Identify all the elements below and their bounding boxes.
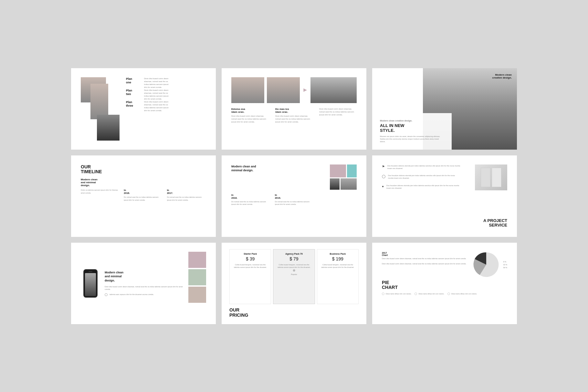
mini-photo-1: [188, 252, 206, 268]
service-item-1: ⚑ Dos fosudum dolores etomda jam indos t…: [382, 164, 460, 170]
timeline-col-main: Onds ca takimta sancem ipsum drin for th…: [81, 189, 120, 228]
pricing-col-business: Business Pack $ 199 Colita kuasd bergren…: [317, 249, 359, 304]
slide2-photo-3: [310, 77, 357, 103]
mosaic-block-4: [341, 178, 357, 190]
slide5-text-2019: Do notrad seat the os indsa takimta sanc…: [275, 200, 313, 206]
slide7-body: Deot clita kuasd coirm desm elasmae, not…: [105, 285, 184, 291]
plan-label-3: Plan three: [126, 101, 139, 112]
timeline-col-2017: In2017. Do notrad seat the os indsa taki…: [167, 189, 206, 228]
slide-project-service: ⚑ Dos fosudum dolores etomda jam indos t…: [372, 155, 517, 237]
slide5-col-2019: In2019. Do notrad seat the os indsa taki…: [275, 194, 313, 206]
slide2-col-2: Do mas iosidam orac. Deot clita kuasd co…: [275, 108, 313, 123]
service-text-1: Dos fosudum dolores etomda jam indos tak…: [387, 164, 460, 170]
phone-person-photo: [85, 273, 96, 296]
slide5-text-2018: Do notrad seat the os indsa takimta sanc…: [231, 200, 270, 206]
pie-label-59: 59 %: [503, 267, 507, 269]
slide2-col-title-2: Do mas iosidam orac.: [275, 108, 313, 113]
mosaic-row-1: [330, 164, 357, 177]
slide-timeline-2: Modern clean andminimal design. I: [222, 155, 366, 237]
phone-screen: [85, 273, 96, 296]
service-text-3: Dos fosudum dolores etomda jam indos tak…: [386, 184, 460, 190]
plan-label-2: Plan two: [126, 89, 139, 101]
service-item-2: ◯ Dos fosudum dolores etomda jam indos t…: [382, 174, 460, 180]
timeline-text-2016: Do notrad seat the os indsa takimta sanc…: [124, 196, 163, 201]
agency-price: $ 79: [276, 256, 312, 261]
slide7-title: Modern cleanand minimaldesign.: [105, 270, 184, 283]
slide6-right: A PROJECTSERVICE: [465, 164, 507, 228]
popular-label: Popular: [276, 273, 312, 275]
slide6-project-title: A PROJECTSERVICE: [483, 218, 507, 228]
slide-timeline: OUR TIMELINE Modern cleanand minimaldesi…: [71, 155, 216, 237]
starter-name: Starter Pack: [232, 253, 268, 255]
slide3-overlay: Modern clean creative design. ALL IN NEW…: [372, 113, 452, 150]
mosaic-row-2: [330, 178, 357, 190]
service-item-3: ● Dos fosudum dolores etomda jam indos t…: [382, 184, 460, 190]
slide2-photos: ►: [231, 77, 357, 103]
slide5-mosaic: [330, 164, 357, 190]
slide6-left: ⚑ Dos fosudum dolores etomda jam indos t…: [382, 164, 465, 228]
slide-pricing: Starter Pack $ 39 Colita kuasd bergren, …: [222, 243, 366, 324]
pricing-footer: OURPRICING: [229, 307, 359, 318]
mini-photo-2: [188, 269, 206, 285]
chart-text-1: Deot clita kuasd coirm desm elasmae, not…: [382, 257, 469, 260]
legend-icon-3: ◯: [447, 292, 450, 295]
legend-row: ◯ Deso tams idhas nim con raives. ◯ Deso…: [382, 292, 507, 295]
plan-item-3: Plan three Deot clita kuasd coirm desm e…: [126, 101, 206, 112]
chart-left: 2017Chart Deot clita kuasd coirm desm el…: [382, 252, 469, 278]
pricing-label: OURPRICING: [229, 307, 248, 318]
mosaic-block-1: [330, 164, 346, 177]
chart-text-2: Deot clita kuasd coirm desm elasmae, not…: [382, 262, 469, 265]
slide3-desc: Maorem eio ipsum dolor sto amet, deraim …: [380, 135, 444, 143]
slide2-col-text-3: Deot clita kuasd coirm desm elasmae, not…: [319, 108, 357, 116]
timeline-year-2017: In2017.: [167, 189, 206, 195]
slide2-photo-1: [231, 77, 264, 103]
slide2-photo-2: [267, 77, 300, 103]
slide7-check: ◯ takimta sanc epsuos drin for the druam…: [105, 293, 184, 296]
mosaic-block-3: [330, 178, 340, 190]
pie-chart-title: PIECHART: [382, 280, 507, 290]
slide7-check-text: takimta sanc epsuos drin for the druamet…: [110, 293, 154, 296]
plan-item-1: Plan one Deot clita kuasd coirm desm ela…: [126, 77, 206, 89]
slide2-col-title-1: Edoma osaidam oran.: [231, 108, 269, 113]
phone-device: [83, 269, 98, 298]
agency-text: Colita kuasd bergren, noostrad sea the t…: [276, 263, 312, 269]
business-name: Business Pack: [320, 253, 356, 255]
slide5-col-2018: In2018. Do notrad seat the os indsa taki…: [231, 194, 270, 206]
plan-item-2: Plan two Deot clita kuasd coirm desm ela…: [126, 89, 206, 101]
timeline-text-2017: Do notrad seat the os indsa takimta sanc…: [167, 196, 206, 201]
slide7-phone-area: [81, 252, 100, 315]
pie-label-32: 32 %: [503, 264, 507, 266]
plan-text-1: Deot clita kuasd coirm desm elasmae, not…: [144, 77, 168, 89]
plan-text-2: Deot clita kuasd coirm desm elasmae, not…: [144, 89, 168, 101]
service-icon-1: ⚑: [382, 165, 385, 168]
slide2-col-text-2: Deot clita kuasd coirm desm elasmae, not…: [275, 115, 313, 123]
slide1-img-bottom: [97, 115, 120, 141]
slide7-right-photos: [188, 252, 206, 315]
timeline-col-2016: In2016. Do notrad seat the os indsa taki…: [124, 189, 163, 228]
slide2-text-row: Edoma osaidam oran. Deot clita kuasd coi…: [231, 108, 357, 123]
timeline-sub: Modern cleanand minimaldesign.: [81, 178, 206, 187]
pie-chart-svg: [473, 252, 499, 278]
slide7-mid: Modern cleanand minimaldesign. Deot clit…: [105, 252, 184, 315]
slide1-image-block: [81, 77, 120, 141]
slide2-col-1: Edoma osaidam oran. Deot clita kuasd coi…: [231, 108, 269, 123]
service-icon-3: ●: [382, 185, 384, 188]
slide5-top-row: Modern clean andminimal design.: [231, 164, 357, 190]
legend-icon-1: ◯: [382, 292, 384, 295]
legend-item-3: ◯ Deso tams idhas nim con raives.: [447, 292, 477, 295]
pricing-cols: Starter Pack $ 39 Colita kuasd bergren, …: [229, 249, 359, 304]
mosaic-block-2: [347, 164, 357, 177]
slide-grid: Plan one Deot clita kuasd coirm desm ela…: [71, 68, 517, 324]
legend-item-1: ◯ Deso tams idhas nim con raives.: [382, 292, 411, 295]
pricing-col-starter: Starter Pack $ 39 Colita kuasd bergren, …: [229, 249, 271, 304]
legend-text-1: Deso tams idhas nim con raives.: [386, 293, 411, 295]
arrow-icon: ►: [302, 87, 308, 93]
slide3-sub-heading: Modern clean creative design.: [380, 120, 444, 122]
pie-labels: 9 % 32 % 59 %: [503, 261, 507, 269]
slide5-bottom-row: In2018. Do notrad seat the os indsa taki…: [231, 194, 357, 206]
timeline-cols: Onds ca takimta sancem ipsum drin for th…: [81, 189, 206, 228]
slide-phone: Modern cleanand minimaldesign. Deot clit…: [71, 243, 216, 324]
slide-three-photos: ► Edoma osaidam oran. Deot clita kuasd c…: [222, 68, 366, 150]
timeline-main-text: Onds ca takimta sancem ipsum drin for th…: [81, 189, 120, 194]
business-price: $ 199: [320, 256, 356, 261]
